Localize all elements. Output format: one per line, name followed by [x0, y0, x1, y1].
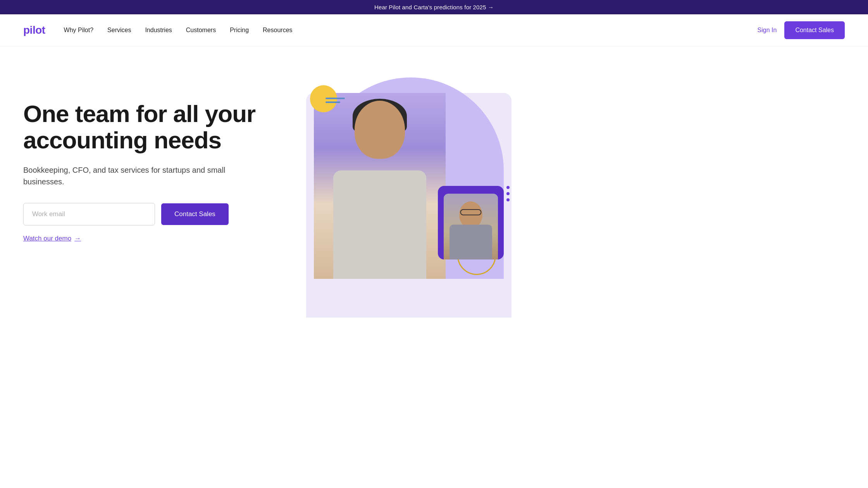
- deco-line-1: [326, 98, 345, 99]
- hero-section: One team for all your accounting needs B…: [0, 46, 868, 318]
- hero-subhead: Bookkeeping, CFO, and tax services for s…: [23, 164, 248, 187]
- small-person-glasses: [460, 209, 482, 215]
- hero-headline: One team for all your accounting needs: [23, 101, 287, 153]
- nav-services[interactable]: Services: [107, 27, 131, 34]
- nav-resources[interactable]: Resources: [263, 27, 292, 34]
- dot-1: [506, 186, 510, 189]
- dot-2: [506, 192, 510, 195]
- nav-links: Why Pilot? Services Industries Customers…: [64, 27, 758, 34]
- hero-contact-sales-button[interactable]: Contact Sales: [161, 203, 229, 225]
- navbar: pilot Why Pilot? Services Industries Cus…: [0, 14, 868, 46]
- dot-3: [506, 198, 510, 201]
- hero-form: Contact Sales: [23, 203, 287, 225]
- deco-line-2: [326, 101, 340, 103]
- sign-in-link[interactable]: Sign In: [758, 27, 777, 34]
- nav-customers[interactable]: Customers: [186, 27, 216, 34]
- small-person-card: [438, 186, 504, 259]
- person-head: [355, 101, 405, 159]
- watch-demo-text: Watch our demo: [23, 235, 71, 242]
- person-body: [333, 170, 426, 279]
- nav-pricing[interactable]: Pricing: [230, 27, 249, 34]
- small-person-body: [450, 225, 492, 259]
- nav-right: Sign In Contact Sales: [758, 21, 845, 39]
- banner-text: Hear Pilot and Carta's predictions for 2…: [374, 4, 494, 10]
- email-input[interactable]: [23, 203, 155, 225]
- hero-illustration: [287, 77, 504, 279]
- top-banner[interactable]: Hear Pilot and Carta's predictions for 2…: [0, 0, 868, 14]
- nav-contact-sales-button[interactable]: Contact Sales: [784, 21, 845, 39]
- hero-left: One team for all your accounting needs B…: [23, 70, 287, 242]
- dots-decoration: [506, 186, 510, 201]
- main-person-image: [314, 93, 446, 279]
- logo[interactable]: pilot: [23, 24, 45, 36]
- nav-industries[interactable]: Industries: [145, 27, 172, 34]
- watch-demo-link[interactable]: Watch our demo →: [23, 235, 81, 242]
- nav-why-pilot[interactable]: Why Pilot?: [64, 27, 93, 34]
- watch-demo-arrow: →: [74, 235, 81, 242]
- decorative-lines: [326, 98, 345, 103]
